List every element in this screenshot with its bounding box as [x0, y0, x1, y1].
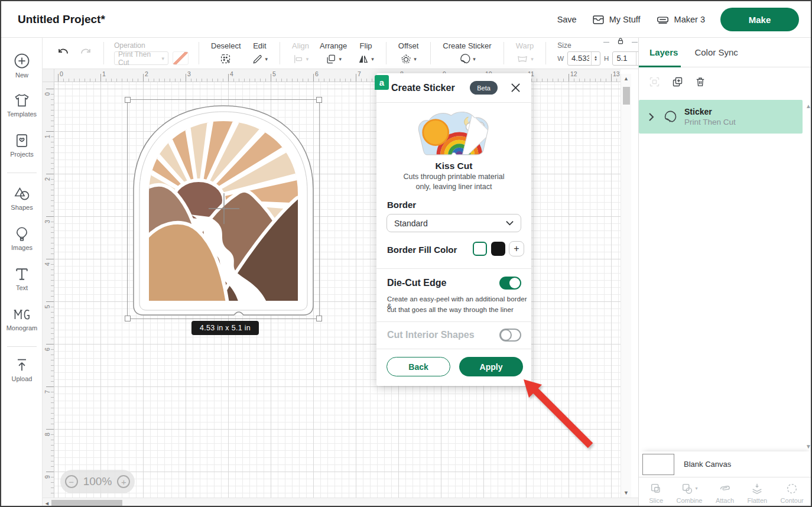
- close-icon[interactable]: [511, 83, 521, 93]
- sidebar-item-text[interactable]: Text: [1, 266, 43, 291]
- width-input[interactable]: [568, 52, 589, 65]
- height-input[interactable]: [613, 52, 634, 65]
- v-ruler-number: 8: [44, 430, 51, 438]
- warp-tool: Warp ▾: [516, 41, 534, 66]
- blank-canvas-row: Blank Canvas: [639, 451, 812, 477]
- machine-label: Maker 3: [674, 15, 705, 24]
- h-ruler-number: 6: [315, 70, 319, 77]
- panel-scroll-down-arrow[interactable]: ▼: [805, 443, 811, 450]
- sticker-icon: [459, 53, 471, 65]
- v-ruler-number: 3: [44, 217, 51, 226]
- border-fill-color-label: Border Fill Color: [387, 245, 457, 255]
- undo-button[interactable]: [56, 46, 70, 60]
- topbar-actions: Save My Stuff Maker 3: [557, 1, 799, 38]
- sidebar-item-projects[interactable]: Projects: [1, 132, 43, 158]
- machine-selector[interactable]: Maker 3: [656, 14, 705, 26]
- v-ruler-number: 1: [44, 132, 51, 141]
- v-ruler-number: 6: [44, 345, 51, 353]
- save-button[interactable]: Save: [557, 15, 577, 24]
- flip-tool[interactable]: Flip ▾: [358, 41, 374, 66]
- vertical-scrollbar[interactable]: ▲ ▼: [621, 74, 631, 498]
- border-color-swatch-black[interactable]: [491, 242, 505, 256]
- die-cut-desc-line2: cut that goes all the way through the li…: [387, 306, 514, 313]
- arrange-label: Arrange: [320, 41, 347, 50]
- horizontal-scrollbar[interactable]: ◄: [43, 498, 638, 507]
- scroll-up-arrow[interactable]: ▲: [623, 76, 629, 81]
- slice-label: Slice: [649, 497, 663, 504]
- make-button[interactable]: Make: [720, 8, 799, 31]
- scroll-left-arrow[interactable]: ◄: [44, 500, 50, 506]
- my-stuff-button[interactable]: My Stuff: [592, 14, 641, 26]
- sidebar-item-templates[interactable]: Templates: [1, 92, 43, 118]
- cut-interior-shapes-toggle[interactable]: [499, 329, 521, 342]
- contour-label: Contour: [781, 497, 804, 504]
- vertical-scroll-thumb[interactable]: [623, 87, 630, 105]
- create-sticker-tool[interactable]: Create Sticker ▾: [443, 41, 491, 66]
- layer-item-sticker[interactable]: Sticker Print Then Cut: [639, 100, 803, 134]
- panel-scroll-up-arrow[interactable]: ▲: [805, 103, 811, 109]
- back-button[interactable]: Back: [386, 357, 450, 376]
- layer-name: Sticker: [684, 107, 736, 116]
- redo-button[interactable]: [79, 46, 93, 60]
- sidebar-item-label: Shapes: [11, 204, 33, 211]
- operation-color-swatch[interactable]: [173, 51, 189, 65]
- die-cut-edge-toggle[interactable]: [499, 277, 521, 290]
- h-ruler-number: 7: [358, 70, 361, 77]
- contour-icon: [785, 482, 798, 495]
- tab-layers[interactable]: Layers: [649, 47, 678, 57]
- duplicate-icon[interactable]: [671, 76, 684, 88]
- arrange-icon: [325, 53, 337, 65]
- sidebar-item-monogram[interactable]: Monogram: [1, 306, 43, 332]
- selection-handle-bottom-right[interactable]: [316, 316, 322, 321]
- h-ruler-number: 2: [145, 70, 148, 77]
- width-field: ▲▼: [567, 51, 600, 66]
- attach-label: Attach: [716, 497, 734, 504]
- layer-tools-bar: Slice ▾ Combine Attach: [639, 477, 812, 507]
- flip-label: Flip: [360, 41, 372, 50]
- tab-color-sync[interactable]: Color Sync: [694, 47, 738, 57]
- sidebar-item-images[interactable]: Images: [1, 226, 43, 251]
- toolbar-divider: [280, 42, 280, 64]
- new-icon: [13, 52, 31, 70]
- sidebar-item-new[interactable]: New: [1, 52, 43, 79]
- trash-icon[interactable]: [694, 76, 706, 88]
- border-select[interactable]: Standard: [386, 214, 521, 232]
- size-lock-toggle[interactable]: [607, 37, 634, 48]
- align-label: Align: [292, 41, 309, 50]
- selection-box[interactable]: [128, 100, 319, 318]
- selection-handle-bottom-left[interactable]: [125, 316, 131, 321]
- zoom-level: 100%: [83, 475, 112, 488]
- deselect-tool[interactable]: Deselect: [211, 41, 241, 66]
- selection-handle-top-left[interactable]: [125, 97, 131, 103]
- width-stepper[interactable]: ▲▼: [591, 52, 600, 65]
- operation-select[interactable]: Print Then Cut ▾: [114, 51, 168, 65]
- project-title: Untitled Project*: [18, 13, 105, 26]
- sidebar-item-shapes[interactable]: Shapes: [1, 186, 43, 211]
- blank-canvas-swatch[interactable]: [642, 454, 674, 475]
- height-label: H: [604, 55, 609, 62]
- panel-divider: [376, 268, 531, 269]
- border-color-swatch-white[interactable]: [473, 242, 487, 256]
- add-border-color-button[interactable]: +: [509, 241, 524, 256]
- zoom-in-button[interactable]: +: [117, 475, 130, 488]
- horizontal-scroll-thumb[interactable]: [51, 500, 122, 506]
- offset-tool[interactable]: Offset ▾: [398, 41, 418, 66]
- arrange-tool[interactable]: Arrange ▾: [320, 41, 347, 66]
- h-ruler-number: 1: [102, 70, 106, 77]
- warp-icon: [516, 53, 529, 65]
- group-icon: [648, 76, 661, 88]
- toolbar-divider: [430, 42, 431, 64]
- scroll-down-arrow[interactable]: ▼: [623, 490, 629, 495]
- app-window: Untitled Project* Save My Stuff: [0, 0, 812, 507]
- zoom-out-button[interactable]: −: [65, 475, 78, 488]
- edit-tool[interactable]: Edit ▾: [252, 41, 268, 66]
- h-ruler-number: 4: [230, 70, 233, 77]
- sidebar-item-upload[interactable]: Upload: [1, 357, 43, 382]
- slice-button: Slice: [649, 482, 663, 504]
- chevron-right-icon[interactable]: [648, 112, 654, 122]
- sticker-artwork[interactable]: [128, 100, 319, 318]
- sidebar-item-label: Monogram: [7, 324, 38, 332]
- selection-handle-top-right[interactable]: [316, 97, 322, 103]
- my-stuff-label: My Stuff: [609, 15, 641, 24]
- machine-icon: [656, 14, 670, 26]
